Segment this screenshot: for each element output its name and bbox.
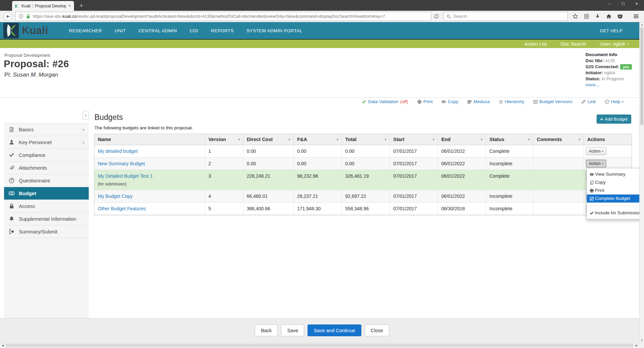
- reload-icon[interactable]: [431, 12, 441, 21]
- vertical-scrollbar-thumb[interactable]: [640, 28, 643, 125]
- chevron-right-icon: ›: [82, 139, 84, 146]
- sidebar-item-questionnaire[interactable]: ?Questionnaire: [4, 174, 89, 187]
- col-f-a[interactable]: F&A▴▾: [293, 134, 341, 145]
- toolbar-divider: [0, 97, 644, 98]
- col-comments[interactable]: Comments▴▾: [533, 134, 583, 145]
- sidebar-collapse-button[interactable]: ‹: [83, 111, 89, 120]
- budget-name-link[interactable]: My detailed budget: [98, 148, 137, 154]
- tab-close-icon[interactable]: ✕: [68, 4, 71, 8]
- plus-icon: +: [600, 117, 603, 122]
- url-field[interactable]: https://siue-sbx.kuali.co/res/kc-pd-krad…: [15, 12, 431, 21]
- col-direct-cost[interactable]: Direct Cost▴▾: [243, 134, 293, 145]
- portal-user-nglick[interactable]: User: nglick▾: [593, 40, 636, 48]
- budget-name-link[interactable]: My Detailed Budget Test 1: [98, 173, 153, 179]
- lock-secure-icon[interactable]: [26, 14, 31, 19]
- sidebar-item-summary-submit[interactable]: Summary/Submit: [4, 225, 89, 238]
- info-icon[interactable]: [18, 14, 24, 19]
- toolbar-items: Data Validation(off)PrintCopyMedusaHiera…: [362, 99, 623, 104]
- search-box[interactable]: [443, 12, 568, 21]
- add-budget-button[interactable]: +Add Budget: [597, 115, 631, 124]
- scroll-left-icon[interactable]: ◀: [0, 344, 5, 347]
- budget-name-link[interactable]: Other Budget Features: [98, 206, 146, 211]
- save-button[interactable]: Save: [281, 324, 304, 336]
- portal-action-list[interactable]: Action List: [518, 40, 554, 48]
- menu-item-complete-budget[interactable]: Complete Budget: [587, 194, 644, 203]
- budget-name-link[interactable]: My Budget Copy: [98, 193, 133, 199]
- toolbar-link[interactable]: Link: [581, 99, 596, 104]
- vertical-scrollbar[interactable]: ▲ ▼: [639, 22, 644, 343]
- portal-doc-search[interactable]: Doc Search: [554, 40, 593, 48]
- menu-item-view-summary[interactable]: View Summary: [587, 170, 644, 178]
- scroll-down-icon[interactable]: ▼: [640, 339, 644, 342]
- col-version[interactable]: Version▴▾: [205, 134, 243, 145]
- home-icon[interactable]: [606, 13, 612, 19]
- nav-reports[interactable]: REPORTS: [211, 28, 234, 33]
- bell-icon: [8, 216, 14, 222]
- menu-item-copy[interactable]: Copy: [587, 178, 644, 186]
- maximize-icon[interactable]: ☐: [616, 0, 630, 7]
- printer-icon: [417, 99, 422, 104]
- sidebar-item-compliance[interactable]: Compliance: [4, 149, 89, 162]
- portal-items: Action ListDoc SearchUser: nglick▾: [518, 40, 636, 48]
- toolbar-help[interactable]: ?Help▾: [605, 99, 623, 104]
- budgets-heading: Budgets: [94, 113, 123, 122]
- back-button[interactable]: Back: [255, 324, 278, 336]
- search-input[interactable]: [453, 14, 565, 19]
- bars-icon: [467, 99, 472, 104]
- menu-item-print[interactable]: Print: [587, 186, 644, 194]
- col-end[interactable]: End▴▾: [438, 134, 486, 145]
- col-start[interactable]: Start▴▾: [390, 134, 438, 145]
- col-actions: Actions: [583, 134, 632, 145]
- action-button[interactable]: Action▾: [586, 160, 606, 168]
- sidebar-item-supplemental-information[interactable]: Supplemental Information: [4, 213, 89, 225]
- kuali-logo-icon[interactable]: [3, 23, 19, 38]
- horizontal-scrollbar[interactable]: ◀ ▶: [0, 343, 644, 348]
- menu-item-include-for-submission[interactable]: Include for Submission: [587, 209, 644, 217]
- minimize-icon[interactable]: ─: [603, 0, 616, 7]
- file-icon: [8, 127, 14, 132]
- toolbar-copy[interactable]: Copy: [441, 99, 458, 104]
- horizontal-scrollbar-thumb[interactable]: [6, 344, 634, 347]
- sidebar-item-key-personnel[interactable]: Key Personnel›: [4, 136, 89, 149]
- sidebar-item-budget[interactable]: Budget: [4, 187, 89, 200]
- copy-icon: [590, 180, 594, 185]
- sidebar-item-access[interactable]: Access: [4, 200, 89, 213]
- bookmark-star-icon[interactable]: [572, 13, 578, 19]
- sidebar-item-basics[interactable]: Basics›: [4, 123, 89, 136]
- get-help-link[interactable]: GET HELP: [600, 28, 622, 33]
- caret-down-icon: ▾: [622, 100, 623, 103]
- toolbar-medusa[interactable]: Medusa: [467, 99, 490, 104]
- pocket-icon[interactable]: [617, 14, 623, 19]
- nav-coi[interactable]: COI: [190, 28, 198, 33]
- action-dropdown-menu: View SummaryCopyPrintComplete BudgetIncl…: [587, 168, 644, 219]
- more-link[interactable]: more...: [586, 82, 599, 87]
- downloads-icon[interactable]: [595, 14, 600, 19]
- close-button[interactable]: Close: [365, 324, 389, 336]
- browser-tab[interactable]: Kuali :: Proposal Developme ✕: [12, 1, 74, 11]
- close-icon[interactable]: ✕: [630, 0, 643, 7]
- action-button[interactable]: Action▾: [586, 147, 606, 155]
- reading-list-icon[interactable]: [584, 14, 589, 19]
- scroll-up-icon[interactable]: ▲: [640, 22, 644, 27]
- menu-hamburger-icon[interactable]: [633, 13, 639, 19]
- nav-system-admin-portal[interactable]: SYSTEM ADMIN PORTAL: [246, 28, 302, 33]
- doc-info-row: Initiator: nglick: [586, 70, 639, 75]
- toolbar-hierarchy[interactable]: Hierarchy: [498, 99, 524, 104]
- help-icon: ?: [605, 99, 609, 104]
- toolbar-print[interactable]: Print: [417, 99, 433, 104]
- back-button[interactable]: [3, 12, 12, 21]
- new-tab-button[interactable]: +: [77, 2, 86, 10]
- save-and-continue-button[interactable]: Save and Continue: [308, 324, 361, 336]
- toolbar-data-validation[interactable]: Data Validation(off): [362, 99, 408, 104]
- toolbar-budget-versions[interactable]: Budget Versions: [533, 99, 572, 104]
- sort-icon: ▴▾: [433, 138, 434, 141]
- nav-central-admin[interactable]: CENTRAL ADMIN: [138, 28, 177, 33]
- col-total[interactable]: Total▴▾: [341, 134, 390, 145]
- sidebar-item-attachments[interactable]: Attachments: [4, 162, 89, 174]
- budget-name-link[interactable]: New Summary Budget: [98, 161, 145, 166]
- document-info-panel: Document Info Doc Nbr: 4135S2S Connected…: [586, 52, 639, 87]
- nav-researcher[interactable]: RESEARCHER: [69, 28, 102, 33]
- scroll-right-icon[interactable]: ▶: [634, 344, 639, 347]
- nav-unit[interactable]: UNIT: [115, 28, 126, 33]
- col-status[interactable]: Status▴▾: [486, 134, 533, 145]
